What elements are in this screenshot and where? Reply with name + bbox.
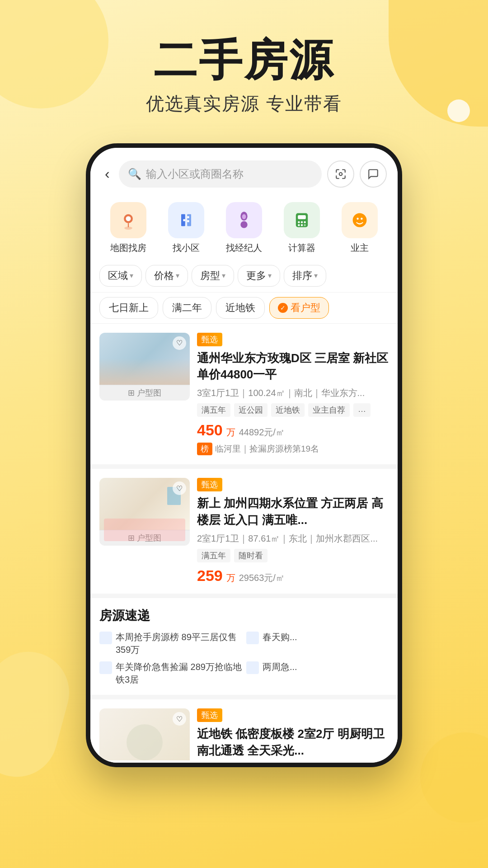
speed-icon-3	[246, 661, 259, 674]
svg-rect-8	[187, 216, 189, 218]
listing-info-2: 甄选 新上 加州四期水系位置 方正两居 高楼层 近入口 满五唯... 2室1厅1…	[197, 478, 389, 585]
listing-inner-2: ⊞ 户型图 ♡ 甄选 新上 加州四期水系位置 方正两居 高楼层 近入口 满五唯.…	[99, 478, 389, 585]
quick-nav: 地图找房 找小区	[90, 195, 398, 259]
filter-bar: 区域 ▾ 价格 ▾ 房型 ▾ 更多 ▾ 排序 ▾	[90, 259, 398, 292]
listing-floorplan-1: ⊞ 户型图	[99, 385, 190, 401]
phone-mockup: ‹ 🔍 输入小区或商圈名称	[0, 143, 488, 767]
filter-sort[interactable]: 排序 ▾	[284, 265, 326, 287]
svg-point-18	[298, 224, 300, 226]
nav-icon-owner	[342, 202, 378, 238]
listing-title-2: 新上 加州四期水系位置 方正两居 高楼层 近入口 满五唯...	[197, 495, 389, 528]
listings-container: ⊞ 户型图 ♡ 甄选 通州华业东方玫瑰D区 三居室 新社区 单价44800一平 …	[90, 324, 398, 763]
nav-item-agent[interactable]: 找经纪人	[226, 202, 262, 254]
tag-new[interactable]: 七日新上	[99, 297, 158, 319]
listing-title-row-2: 甄选 新上 加州四期水系位置 方正两居 高楼层 近入口 满五唯...	[197, 478, 389, 528]
speed-item-2[interactable]: 年关降价急售捡漏 289万抢临地铁3居	[99, 660, 242, 686]
badge-selected-3: 甄选	[197, 708, 222, 722]
svg-point-0	[339, 172, 343, 175]
speed-icon-0	[99, 632, 112, 644]
listing-meta-3: 2室2厅1卫｜96.31㎡｜南北｜DBC加州小...	[197, 762, 389, 763]
speed-icon-2	[99, 661, 112, 674]
listing-tags-1: 满五年 近公园 近地铁 业主自荐 …	[197, 403, 389, 417]
speed-text-1: 春天购...	[263, 631, 297, 643]
nav-icon-community	[168, 202, 204, 238]
svg-point-16	[301, 221, 303, 223]
speed-text-0: 本周抢手房源榜 89平三居仅售359万	[116, 631, 242, 656]
nav-icon-calculator	[284, 202, 320, 238]
search-bar-area: ‹ 🔍 输入小区或商圈名称	[90, 148, 398, 195]
listing-price-unit-1: 万	[226, 426, 235, 439]
speed-section: 房源速递 本周抢手房源榜 89平三居仅售359万 春天购... 年关降价急售捡漏…	[90, 598, 398, 695]
tag-owner: 业主自荐	[308, 403, 350, 417]
favorite-icon-3[interactable]: ♡	[173, 712, 186, 726]
nav-icon-agent	[226, 202, 262, 238]
page-title: 二手房源	[0, 36, 488, 84]
listing-card-3[interactable]: ♡ 甄选 近地铁 低密度板楼 2室2厅 明厨明卫 南北通透 全天采光... 2室…	[90, 699, 398, 762]
nav-label-community: 找小区	[173, 242, 200, 254]
svg-rect-7	[183, 219, 185, 221]
back-button[interactable]: ‹	[101, 164, 113, 184]
listing-price-row-1: 450 万 44892元/㎡	[197, 421, 389, 439]
speed-item-3[interactable]: 两周急...	[246, 660, 389, 686]
svg-point-23	[361, 217, 362, 219]
listing-meta-1: 3室1厅1卫｜100.24㎡｜南北｜华业东方...	[197, 386, 389, 400]
speed-text-2: 年关降价急售捡漏 289万抢临地铁3居	[116, 660, 242, 686]
nav-icon-map	[110, 202, 146, 238]
arrow-icon: ▾	[268, 271, 272, 280]
tag-more: …	[353, 403, 371, 417]
camera-scan-button[interactable]	[327, 160, 354, 188]
filter-more[interactable]: 更多 ▾	[238, 265, 280, 287]
nav-label-agent: 找经纪人	[226, 242, 262, 254]
speed-text-3: 两周急...	[263, 660, 297, 673]
svg-rect-9	[187, 220, 189, 222]
search-placeholder: 输入小区或商圈名称	[146, 167, 244, 181]
listing-card-1[interactable]: ⊞ 户型图 ♡ 甄选 通州华业东方玫瑰D区 三居室 新社区 单价44800一平 …	[90, 324, 398, 465]
listing-info-1: 甄选 通州华业东方玫瑰D区 三居室 新社区 单价44800一平 3室1厅1卫｜1…	[197, 333, 389, 456]
message-button[interactable]	[360, 160, 387, 188]
nav-item-owner[interactable]: 业主	[342, 202, 378, 254]
arrow-icon: ▾	[314, 271, 318, 280]
nav-item-map[interactable]: 地图找房	[110, 202, 146, 254]
listing-title-1: 通州华业东方玫瑰D区 三居室 新社区 单价44800一平	[197, 350, 389, 383]
svg-point-22	[357, 217, 358, 219]
listing-info-3: 甄选 近地铁 低密度板楼 2室2厅 明厨明卫 南北通透 全天采光... 2室2厅…	[197, 708, 389, 762]
rank-text-1: 临河里｜捡漏房源榜第19名	[215, 443, 319, 455]
listing-price-row-2: 259 万 29563元/㎡	[197, 567, 389, 585]
tag-metro: 近地铁	[271, 403, 305, 417]
nav-label-map: 地图找房	[110, 242, 146, 254]
tag-two-year[interactable]: 满二年	[163, 297, 211, 319]
listing-image-2: ⊞ 户型图 ♡	[99, 478, 190, 546]
search-input-wrapper[interactable]: 🔍 输入小区或商圈名称	[119, 160, 322, 188]
listing-rank-1: 榜 临河里｜捡漏房源榜第19名	[197, 443, 389, 455]
tag-floor-plan[interactable]: ✓ 看户型	[269, 297, 329, 319]
listing-unit-price-2: 29563元/㎡	[239, 572, 285, 584]
favorite-icon-1[interactable]: ♡	[173, 336, 186, 350]
svg-point-20	[304, 224, 305, 226]
filter-room-type[interactable]: 房型 ▾	[192, 265, 234, 287]
speed-grid: 本周抢手房源榜 89平三居仅售359万 春天购... 年关降价急售捡漏 289万…	[99, 631, 389, 686]
speed-item-0[interactable]: 本周抢手房源榜 89平三居仅售359万	[99, 631, 242, 656]
search-icon: 🔍	[128, 168, 141, 180]
tag-full5yr-2: 满五年	[197, 549, 230, 562]
tag-subway[interactable]: 近地铁	[216, 297, 265, 319]
svg-point-19	[301, 224, 303, 226]
filter-area[interactable]: 区域 ▾	[99, 265, 142, 287]
page-header: 二手房源 优选真实房源 专业带看	[0, 0, 488, 116]
speed-item-1[interactable]: 春天购...	[246, 631, 389, 656]
filter-price[interactable]: 价格 ▾	[145, 265, 188, 287]
check-icon: ✓	[278, 303, 288, 313]
svg-rect-12	[240, 221, 247, 228]
nav-item-community[interactable]: 找小区	[168, 202, 204, 254]
listing-title-row-1: 甄选 通州华业东方玫瑰D区 三居室 新社区 单价44800一平	[197, 333, 389, 383]
svg-rect-14	[298, 215, 306, 219]
listing-card-2[interactable]: ⊞ 户型图 ♡ 甄选 新上 加州四期水系位置 方正两居 高楼层 近入口 满五唯.…	[90, 469, 398, 594]
badge-selected-2: 甄选	[197, 478, 222, 491]
listing-price-2: 259	[197, 567, 223, 585]
listing-price-unit-2: 万	[226, 572, 235, 584]
listing-image-3: ♡	[99, 708, 190, 762]
listing-price-1: 450	[197, 421, 223, 439]
svg-point-2	[126, 216, 131, 221]
nav-item-calculator[interactable]: 计算器	[284, 202, 320, 254]
listing-tags-2: 满五年 随时看	[197, 549, 389, 562]
rank-badge-1: 榜	[197, 443, 212, 455]
